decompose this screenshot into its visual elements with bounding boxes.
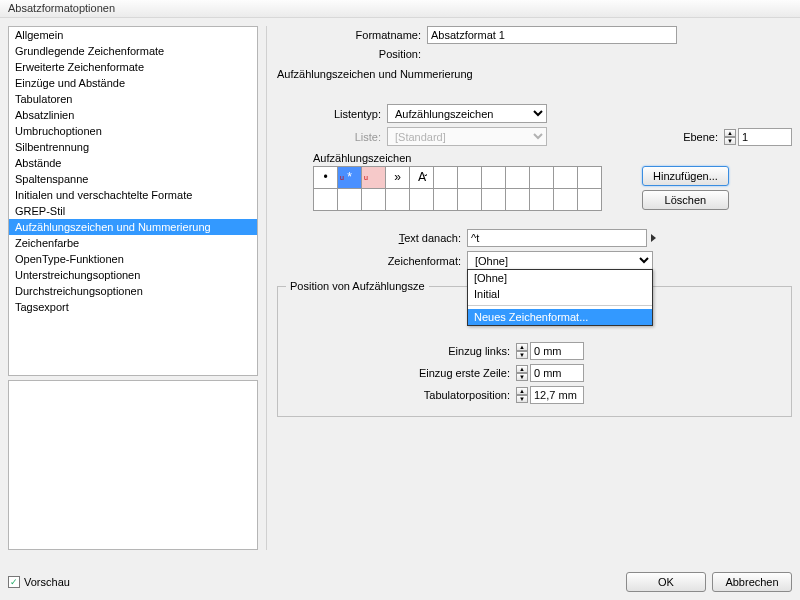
tab-pos-label: Tabulatorposition:	[286, 389, 516, 401]
glyph-cell[interactable]	[434, 189, 458, 211]
nav-item[interactable]: Aufzählungszeichen und Nummerierung	[9, 219, 257, 235]
text-after-label: TText danach:ext danach:	[277, 232, 467, 244]
preview-box	[8, 380, 258, 550]
glyph-cell[interactable]	[458, 189, 482, 211]
nav-item[interactable]: Grundlegende Zeichenformate	[9, 43, 257, 59]
listtype-label: Listentyp:	[277, 108, 387, 120]
char-format-select[interactable]: [Ohne]	[467, 251, 653, 270]
text-after-input[interactable]	[467, 229, 647, 247]
nav-item[interactable]: OpenType-Funktionen	[9, 251, 257, 267]
nav-item[interactable]: Umbruchoptionen	[9, 123, 257, 139]
glyph-cell[interactable]: »	[386, 167, 410, 189]
glyph-cell[interactable]	[434, 167, 458, 189]
spinner-up-icon[interactable]: ▲	[516, 365, 528, 373]
level-input[interactable]	[738, 128, 792, 146]
first-line-input[interactable]	[530, 364, 584, 382]
window-title: Absatzformatoptionen	[8, 2, 115, 14]
nav-item[interactable]: Allgemein	[9, 27, 257, 43]
level-label: Ebene:	[683, 131, 724, 143]
position-label: Position:	[277, 48, 427, 60]
nav-item[interactable]: Durchstreichungsoptionen	[9, 283, 257, 299]
add-bullet-button[interactable]: Hinzufügen...	[642, 166, 729, 186]
char-format-option-none[interactable]: [Ohne]	[468, 270, 652, 286]
list-label: Liste:	[277, 131, 387, 143]
spinner-up-icon[interactable]: ▲	[516, 343, 528, 351]
glyph-cell[interactable]	[314, 189, 338, 211]
glyph-cell[interactable]: •	[314, 167, 338, 189]
nav-item[interactable]: GREP-Stil	[9, 203, 257, 219]
preview-checkbox[interactable]: ✓ Vorschau	[8, 576, 70, 588]
indent-left-input[interactable]	[530, 342, 584, 360]
right-panel: Formatname: Position: Aufzählungszeichen…	[266, 26, 792, 550]
bullet-position-legend: Position von Aufzählungsze	[286, 280, 429, 292]
nav-item[interactable]: Initialen und verschachtelte Formate	[9, 187, 257, 203]
nav-item[interactable]: Tagsexport	[9, 299, 257, 315]
left-column: AllgemeinGrundlegende ZeichenformateErwe…	[8, 26, 258, 550]
bullet-glyph-grid[interactable]: •*uu»A̛	[313, 166, 602, 211]
spinner-down-icon[interactable]: ▼	[724, 137, 736, 145]
cancel-button[interactable]: Abbrechen	[712, 572, 792, 592]
glyph-cell[interactable]	[458, 167, 482, 189]
tab-pos-spinner[interactable]: ▲▼	[516, 386, 584, 404]
glyph-cell[interactable]	[338, 189, 362, 211]
nav-item[interactable]: Silbentrennung	[9, 139, 257, 155]
glyph-cell[interactable]	[530, 167, 554, 189]
glyph-cell[interactable]: u	[362, 167, 386, 189]
spinner-down-icon[interactable]: ▼	[516, 395, 528, 403]
first-line-label: Einzug erste Zeile:	[286, 367, 516, 379]
glyph-cell[interactable]: A̛	[410, 167, 434, 189]
first-line-spinner[interactable]: ▲▼	[516, 364, 584, 382]
nav-item[interactable]: Unterstreichungsoptionen	[9, 267, 257, 283]
glyph-cell[interactable]	[386, 189, 410, 211]
glyph-cell[interactable]	[578, 167, 602, 189]
category-list[interactable]: AllgemeinGrundlegende ZeichenformateErwe…	[8, 26, 258, 376]
char-format-option-initial[interactable]: Initial	[468, 286, 652, 302]
glyph-cell[interactable]	[506, 167, 530, 189]
char-format-option-new[interactable]: Neues Zeichenformat...	[468, 309, 652, 325]
indent-left-label: Einzug links:	[286, 345, 516, 357]
spinner-down-icon[interactable]: ▼	[516, 373, 528, 381]
glyph-cell[interactable]	[554, 189, 578, 211]
preview-label: Vorschau	[24, 576, 70, 588]
spinner-up-icon[interactable]: ▲	[516, 387, 528, 395]
spinner-down-icon[interactable]: ▼	[516, 351, 528, 359]
section-heading: Aufzählungszeichen und Nummerierung	[277, 68, 792, 80]
nav-item[interactable]: Spaltenspanne	[9, 171, 257, 187]
nav-item[interactable]: Zeichenfarbe	[9, 235, 257, 251]
level-spinner[interactable]: ▲▼	[724, 128, 792, 146]
dialog-body: AllgemeinGrundlegende ZeichenformateErwe…	[0, 18, 800, 558]
glyph-cell[interactable]	[482, 167, 506, 189]
nav-item[interactable]: Absatzlinien	[9, 107, 257, 123]
nav-item[interactable]: Erweiterte Zeichenformate	[9, 59, 257, 75]
ok-button[interactable]: OK	[626, 572, 706, 592]
listtype-select[interactable]: Aufzählungszeichen	[387, 104, 547, 123]
glyph-cell[interactable]	[362, 189, 386, 211]
glyph-cell[interactable]	[530, 189, 554, 211]
nav-item[interactable]: Einzüge und Abstände	[9, 75, 257, 91]
list-select: [Standard]	[387, 127, 547, 146]
glyph-cell[interactable]	[410, 189, 434, 211]
nav-item[interactable]: Tabulatoren	[9, 91, 257, 107]
delete-bullet-button[interactable]: Löschen	[642, 190, 729, 210]
nav-item[interactable]: Abstände	[9, 155, 257, 171]
glyph-cell[interactable]	[482, 189, 506, 211]
char-format-label: Zeichenformat:	[277, 255, 467, 267]
tab-pos-input[interactable]	[530, 386, 584, 404]
char-format-dropdown[interactable]: [Ohne] Initial Neues Zeichenformat...	[467, 269, 653, 326]
spinner-up-icon[interactable]: ▲	[724, 129, 736, 137]
formatname-input[interactable]	[427, 26, 677, 44]
glyph-cell[interactable]	[506, 189, 530, 211]
glyph-cell[interactable]	[554, 167, 578, 189]
dialog-footer: ✓ Vorschau OK Abbrechen	[8, 572, 792, 592]
glyph-cell[interactable]: *u	[338, 167, 362, 189]
window-titlebar: Absatzformatoptionen	[0, 0, 800, 18]
checkbox-icon: ✓	[8, 576, 20, 588]
flyout-icon[interactable]	[651, 234, 656, 242]
glyph-cell[interactable]	[578, 189, 602, 211]
bullets-group-label: Aufzählungszeichen	[313, 152, 792, 164]
formatname-label: Formatname:	[277, 29, 427, 41]
indent-left-spinner[interactable]: ▲▼	[516, 342, 584, 360]
